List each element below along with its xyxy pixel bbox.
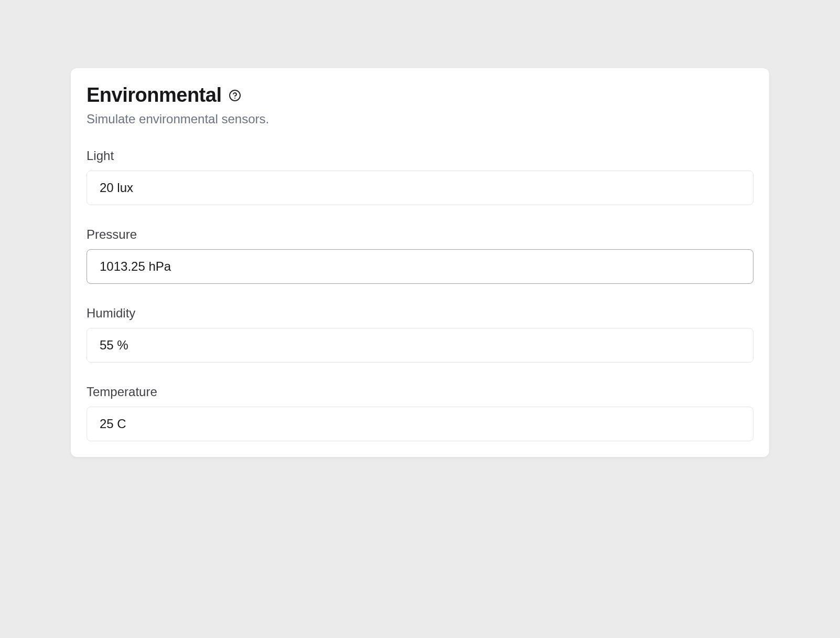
humidity-input[interactable] [87, 328, 753, 363]
help-icon[interactable] [229, 89, 241, 102]
card-header: Environmental [87, 84, 753, 107]
light-group: Light [87, 148, 753, 205]
humidity-group: Humidity [87, 306, 753, 363]
light-input[interactable] [87, 171, 753, 205]
pressure-group: Pressure [87, 227, 753, 284]
environmental-card: Environmental Simulate environmental sen… [71, 68, 769, 457]
temperature-group: Temperature [87, 385, 753, 441]
temperature-input[interactable] [87, 407, 753, 441]
card-subtitle: Simulate environmental sensors. [87, 112, 753, 126]
pressure-label: Pressure [87, 227, 753, 242]
humidity-label: Humidity [87, 306, 753, 321]
temperature-label: Temperature [87, 385, 753, 399]
card-title: Environmental [87, 84, 221, 107]
light-label: Light [87, 148, 753, 163]
pressure-input[interactable] [87, 249, 753, 284]
